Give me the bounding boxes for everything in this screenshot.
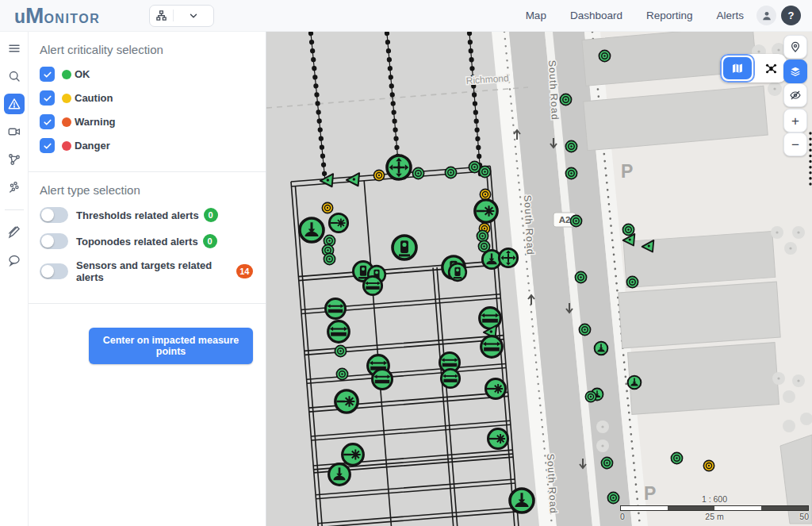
marker-laser[interactable] [486, 427, 510, 451]
tools-icon [7, 225, 21, 240]
marker-ring[interactable] [335, 367, 349, 381]
marker-ring[interactable] [578, 323, 592, 336]
toggle-switch[interactable] [40, 233, 68, 249]
marker-ring[interactable] [444, 166, 458, 179]
toggle-switch[interactable] [40, 207, 68, 223]
marker-ext[interactable] [439, 367, 462, 390]
drone-icon [764, 62, 778, 75]
locate-button[interactable] [783, 35, 807, 59]
comments-icon [7, 253, 21, 267]
marker-laser[interactable] [327, 212, 350, 234]
criticality-dot [62, 117, 71, 127]
help-button[interactable]: ? [781, 6, 801, 25]
user-icon [760, 10, 773, 22]
drone-view-button[interactable] [755, 56, 787, 81]
center-on-impacted-button[interactable]: Center on impacted measure points [89, 328, 253, 364]
marker-ring[interactable] [323, 252, 336, 266]
marker-ext[interactable] [326, 319, 351, 344]
search-icon [7, 69, 21, 83]
scale-ratio: 1 : 600 [620, 494, 809, 504]
marker-ring[interactable] [478, 165, 492, 179]
marker-ext[interactable] [479, 334, 504, 359]
nav-map[interactable]: Map [526, 10, 546, 21]
checkbox-warning[interactable] [40, 114, 55, 129]
marker-ring[interactable] [569, 214, 583, 228]
logo-text: u [14, 6, 25, 28]
marker-ts[interactable] [390, 233, 419, 262]
criticality-dot [62, 70, 71, 79]
checkbox-caution[interactable] [40, 90, 55, 106]
marker-ring[interactable] [412, 167, 425, 180]
checkbox-ok[interactable] [40, 67, 55, 82]
layers-button[interactable] [783, 60, 807, 83]
criticality-row-ok: OK [40, 67, 253, 82]
marker-ring[interactable] [600, 456, 614, 470]
marker-ring[interactable] [607, 491, 620, 505]
top-nav: MapDashboardReportingAlerts [526, 10, 744, 21]
marker-settle[interactable] [626, 374, 642, 390]
app-logo[interactable]: uMONITOR [14, 3, 100, 29]
rail-alerts-button[interactable] [4, 94, 25, 114]
marker-ext[interactable] [362, 275, 384, 297]
map-canvas[interactable]: Richmond South Road South Road South Roa… [266, 32, 812, 526]
marker-settle[interactable] [593, 340, 609, 356]
criticality-title: Alert criticality selection [40, 43, 253, 56]
marker-ring-caution[interactable] [703, 459, 715, 472]
marker-ring[interactable] [626, 275, 639, 289]
marker-ring-caution[interactable] [373, 169, 385, 182]
marker-move[interactable] [385, 153, 413, 182]
rail-menu-button[interactable] [4, 38, 25, 59]
marker-move[interactable] [497, 247, 519, 269]
map-view-button[interactable] [720, 54, 755, 83]
zoom-out-button[interactable]: − [783, 132, 807, 156]
menu-icon [7, 41, 21, 56]
rail-search-button[interactable] [4, 66, 25, 86]
user-menu-button[interactable] [756, 6, 776, 25]
marker-ring[interactable] [565, 140, 578, 153]
nav-alerts[interactable]: Alerts [716, 10, 744, 21]
marker-ring[interactable] [598, 49, 611, 63]
rail-camera-button[interactable] [4, 121, 25, 142]
rail-comments-button[interactable] [4, 250, 25, 271]
nav-reporting[interactable]: Reporting [646, 10, 693, 21]
alert-type-title: Alert type selection [40, 183, 253, 197]
basemap-toggle [720, 54, 787, 83]
marker-settle[interactable] [508, 486, 536, 515]
rail-sensors-button[interactable] [4, 177, 25, 198]
marker-ring[interactable] [334, 344, 347, 358]
marker-ts[interactable] [447, 262, 468, 282]
zoom-in-button[interactable]: + [783, 109, 807, 132]
marker-triangle[interactable] [640, 238, 656, 254]
marker-ring[interactable] [670, 451, 684, 465]
marker-ring[interactable] [565, 167, 578, 180]
parking-label: P [621, 161, 633, 182]
toggle-switch[interactable] [40, 263, 68, 279]
criticality-label: OK [75, 68, 90, 80]
layers-icon [789, 65, 802, 78]
marker-triangle[interactable] [344, 171, 362, 188]
marker-triangle[interactable] [318, 171, 335, 189]
nav-dashboard[interactable]: Dashboard [570, 10, 622, 21]
marker-triangle[interactable] [621, 232, 637, 248]
minus-icon: − [791, 138, 799, 152]
alert-count-badge: 0 [204, 208, 218, 222]
marker-laser[interactable] [333, 388, 360, 415]
checkbox-danger[interactable] [40, 138, 55, 153]
marker-laser[interactable] [473, 198, 500, 225]
alert-count-badge: 14 [236, 264, 253, 278]
rail-tools-button[interactable] [4, 222, 25, 243]
marker-ext[interactable] [370, 367, 394, 391]
marker-ring[interactable] [574, 271, 588, 284]
marker-laser[interactable] [484, 377, 508, 401]
marker-ext[interactable] [324, 297, 347, 321]
marker-ring[interactable] [559, 93, 573, 106]
marker-settle[interactable] [327, 462, 352, 487]
criticality-section: Alert criticality selection OKCautionWar… [29, 32, 266, 171]
criticality-row-warning: Warning [40, 114, 253, 129]
marker-ring[interactable] [584, 390, 597, 403]
hide-markers-button[interactable] [783, 83, 807, 107]
criticality-label: Caution [75, 92, 113, 104]
hierarchy-select[interactable] [149, 5, 214, 27]
camera-icon [7, 125, 21, 139]
rail-network-button[interactable] [4, 149, 25, 170]
